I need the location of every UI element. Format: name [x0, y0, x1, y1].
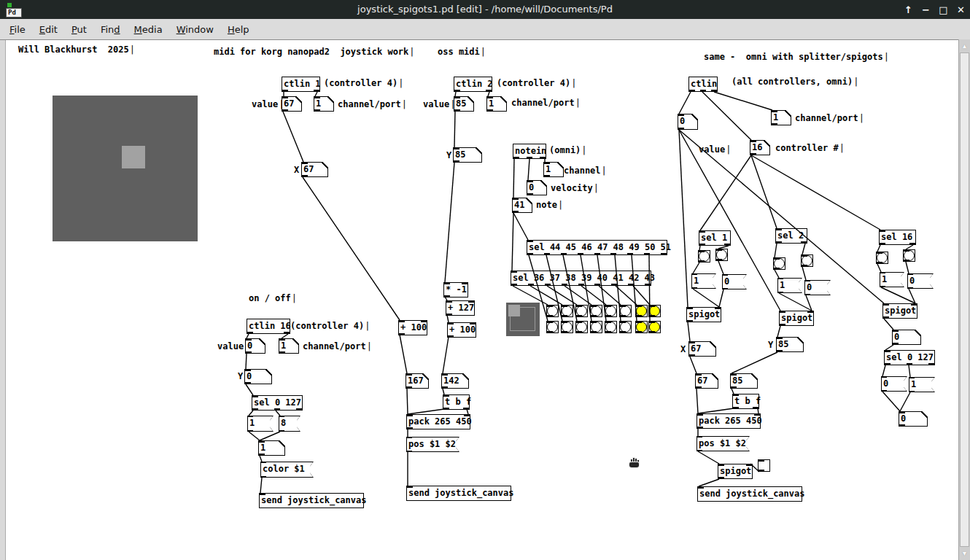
port-tab[interactable] [407, 486, 413, 488]
pos1-msg[interactable]: pos $1 $2 [406, 437, 459, 452]
y0-num[interactable]: 0 [244, 369, 272, 384]
port-tab[interactable] [689, 90, 695, 92]
spigot1-obj[interactable]: spigot [686, 307, 721, 322]
port-tab[interactable] [802, 265, 807, 267]
sel36-obj[interactable]: sel 36 37 38 39 40 41 42 43 [511, 271, 651, 286]
pad-bang-r1c5[interactable] [605, 305, 617, 317]
port-tab[interactable] [443, 394, 449, 397]
port-tab[interactable] [777, 350, 783, 352]
port-tab[interactable] [527, 240, 533, 242]
omni-chan-num[interactable]: 1 [771, 110, 791, 125]
port-tab[interactable] [454, 147, 459, 149]
port-tab[interactable] [247, 415, 253, 417]
menu-help[interactable]: Help [224, 23, 253, 36]
chanport-label-4[interactable]: channel/port [795, 113, 864, 123]
port-tab[interactable] [804, 294, 810, 296]
port-tab[interactable] [527, 253, 533, 255]
port-tab[interactable] [562, 331, 567, 333]
port-tab[interactable] [259, 440, 265, 443]
menu-media[interactable]: Media [131, 23, 166, 36]
port-tab[interactable] [463, 408, 469, 410]
controllernum-label[interactable]: controller # [775, 143, 845, 153]
y2-copy-num[interactable]: 85 [730, 373, 758, 389]
port-tab[interactable] [279, 351, 285, 354]
port-tab[interactable] [881, 390, 887, 392]
ctlin1-chan-num[interactable]: 1 [314, 96, 334, 112]
chanport-label-3[interactable]: channel/port [303, 341, 372, 351]
sel0127b-obj[interactable]: sel 0 127 [884, 350, 935, 365]
port-tab[interactable] [562, 305, 567, 307]
port-tab[interactable] [907, 287, 913, 289]
port-tab[interactable] [731, 386, 737, 389]
port-tab[interactable] [576, 305, 582, 307]
port-tab[interactable] [605, 305, 611, 307]
sel0127a-obj[interactable]: sel 0 127 [252, 395, 303, 411]
ctlin2-value-num[interactable]: 85 [454, 96, 474, 112]
port-tab[interactable] [247, 430, 253, 432]
port-tab[interactable] [279, 415, 284, 417]
close-button[interactable]: ✕ [956, 4, 966, 15]
port-tab[interactable] [486, 90, 492, 92]
patch-canvas[interactable]: Will Blackhurst 2025midi for korg nanopa… [0, 39, 970, 560]
sel2-obj[interactable]: sel 2 [775, 228, 807, 244]
port-tab[interactable] [578, 253, 583, 255]
value-label-4[interactable]: value [699, 144, 731, 155]
port-tab[interactable] [279, 338, 285, 341]
port-tab[interactable] [689, 341, 695, 343]
port-tab[interactable] [777, 292, 783, 294]
pad-bang-r1c7[interactable] [635, 305, 648, 317]
oss-midi-comment[interactable]: oss midi [438, 47, 486, 57]
port-tab[interactable] [611, 284, 617, 286]
port-tab[interactable] [443, 408, 449, 410]
port-tab[interactable] [880, 230, 885, 232]
port-tab[interactable] [399, 333, 405, 335]
minimize-button[interactable]: − [921, 4, 931, 15]
add100b-obj[interactable]: + 100 [447, 322, 476, 338]
port-tab[interactable] [877, 252, 882, 254]
add100a-obj[interactable]: + 100 [398, 320, 427, 335]
sel1-on-msg[interactable]: 1 [691, 273, 716, 289]
x2-num[interactable]: 67 [688, 341, 716, 357]
port-tab[interactable] [893, 330, 899, 332]
port-tab[interactable] [444, 282, 450, 284]
port-tab[interactable] [750, 153, 756, 155]
port-tab[interactable] [314, 90, 319, 92]
port-tab[interactable] [620, 321, 626, 323]
port-tab[interactable] [776, 241, 782, 244]
port-tab[interactable] [282, 96, 288, 98]
port-tab[interactable] [259, 454, 265, 456]
port-tab[interactable] [528, 284, 534, 286]
omni-label[interactable]: (omni) [549, 145, 587, 155]
port-tab[interactable] [260, 493, 265, 495]
notein-obj[interactable]: notein [513, 144, 546, 159]
velocity-label[interactable]: velocity [551, 183, 599, 193]
port-tab[interactable] [562, 284, 567, 286]
port-tab[interactable] [407, 414, 413, 416]
port-tab[interactable] [722, 288, 728, 290]
port-tab[interactable] [711, 90, 717, 92]
port-tab[interactable] [716, 249, 722, 251]
pack1-obj[interactable]: pack 265 450 [406, 414, 470, 429]
ctlin16-chan-num[interactable]: 1 [279, 338, 299, 354]
sel2-off-msg[interactable]: 0 [804, 280, 831, 295]
pad-bang-r2c5[interactable] [605, 321, 617, 333]
port-tab[interactable] [511, 284, 517, 286]
port-tab[interactable] [877, 262, 882, 264]
y1-num[interactable]: 85 [453, 147, 482, 163]
port-tab[interactable] [448, 322, 454, 324]
pad-bang-r2c6[interactable] [619, 321, 632, 333]
port-tab[interactable] [780, 324, 785, 326]
port-tab[interactable] [907, 363, 912, 365]
off0-msg[interactable]: 0 [881, 376, 907, 392]
port-tab[interactable] [547, 305, 553, 307]
port-tab[interactable] [645, 284, 651, 286]
port-tab[interactable] [487, 109, 493, 112]
port-tab[interactable] [527, 157, 532, 159]
port-tab[interactable] [802, 254, 807, 257]
y-scaled-num[interactable]: 142 [441, 373, 469, 389]
controller4-comment-2[interactable]: (controller 4) [497, 78, 576, 88]
mul-neg1-obj[interactable]: * -1 [443, 282, 468, 298]
spigot3-obj[interactable]: spigot [882, 303, 917, 319]
port-tab[interactable] [649, 305, 655, 307]
port-tab[interactable] [314, 109, 320, 112]
